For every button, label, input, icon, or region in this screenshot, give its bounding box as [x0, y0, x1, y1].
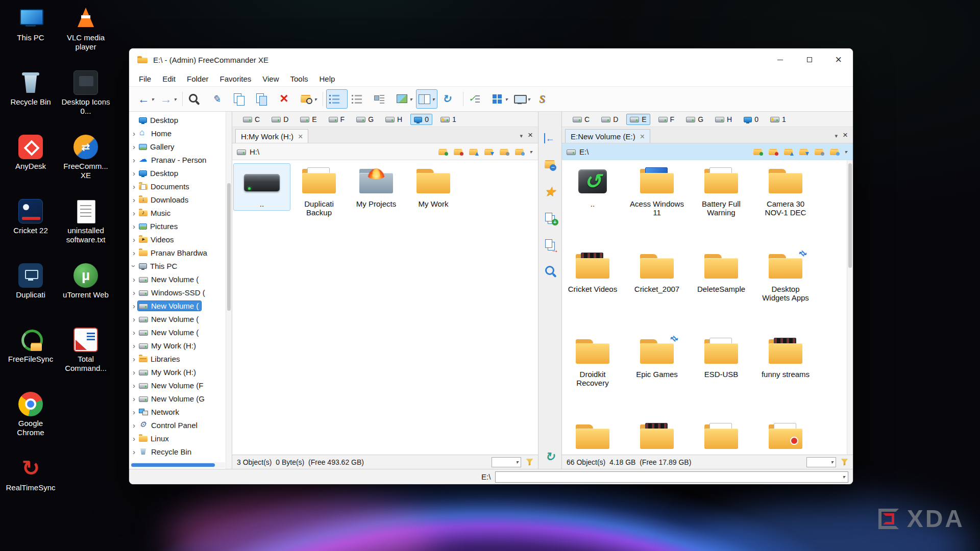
- filter-combobox[interactable]: ▾: [492, 457, 521, 467]
- folder-tab[interactable]: H:My Work (H:): [235, 129, 308, 143]
- chevron-icon[interactable]: [130, 249, 138, 257]
- dropdown-caret-icon[interactable]: ▾: [150, 96, 155, 102]
- toolbar-button[interactable]: ▾: [489, 89, 510, 109]
- tree-item[interactable]: Videos: [130, 233, 225, 246]
- folder-up-icon[interactable]: [469, 147, 479, 156]
- sync-panels-button[interactable]: [541, 448, 559, 465]
- folder-sync-icon[interactable]: [799, 147, 809, 156]
- chevron-icon[interactable]: [130, 196, 138, 204]
- folder-tab[interactable]: E:New Volume (E:): [565, 129, 650, 143]
- tree-item-row[interactable]: Videos: [138, 235, 177, 244]
- file-item[interactable]: [693, 419, 750, 455]
- chevron-icon[interactable]: [130, 236, 138, 243]
- tree-item[interactable]: My Work (H:): [130, 365, 225, 379]
- tree-item-row[interactable]: New Volume (: [138, 274, 201, 284]
- drive-tab[interactable]: D: [268, 114, 292, 125]
- file-item[interactable]: Droidkit Recovery: [564, 334, 621, 419]
- drive-tab[interactable]: 0: [740, 114, 762, 125]
- chevron-icon[interactable]: [130, 408, 138, 416]
- chevron-icon[interactable]: [130, 130, 138, 137]
- tab-bar-close-icon[interactable]: [526, 130, 535, 140]
- menu-item[interactable]: File: [133, 71, 157, 86]
- file-item[interactable]: Epic Games: [628, 334, 685, 419]
- chevron-icon[interactable]: [130, 276, 138, 283]
- desktop-icon[interactable]: Google Chrome: [4, 388, 58, 452]
- path-tools-dropdown-icon[interactable]: ▾: [843, 149, 848, 155]
- chevron-icon[interactable]: [130, 355, 138, 363]
- chevron-icon[interactable]: [130, 368, 138, 376]
- tree-item-row[interactable]: New Volume (G: [138, 394, 207, 404]
- toolbar-button[interactable]: ▾: [158, 89, 179, 109]
- menu-item[interactable]: Folder: [181, 71, 214, 86]
- file-item[interactable]: ..: [233, 163, 290, 211]
- tree-item[interactable]: Pranav - Person: [130, 153, 225, 166]
- tree-item[interactable]: Recycle Bin: [130, 445, 225, 458]
- file-item[interactable]: ..: [564, 163, 621, 248]
- chevron-icon[interactable]: [130, 222, 138, 230]
- file-item[interactable]: My Work: [405, 163, 462, 211]
- folder-list-icon[interactable]: [829, 147, 840, 156]
- desktop-icon[interactable]: Total Command...: [59, 323, 113, 388]
- panel-tool-button[interactable]: [541, 263, 559, 279]
- tree-item-row[interactable]: Downloads: [138, 195, 191, 205]
- scrollbar-thumb[interactable]: [227, 183, 231, 311]
- chevron-icon[interactable]: [130, 329, 138, 336]
- tree-item[interactable]: Control Panel: [130, 418, 225, 432]
- folder-up-icon[interactable]: [783, 147, 794, 156]
- chevron-icon[interactable]: [130, 435, 138, 442]
- panel-tool-button[interactable]: [541, 210, 559, 226]
- chevron-icon[interactable]: [130, 302, 138, 310]
- desktop-icon[interactable]: AnyDesk: [4, 131, 58, 195]
- chevron-icon[interactable]: [130, 315, 138, 323]
- tree-item[interactable]: Music: [130, 206, 225, 219]
- toolbar-button[interactable]: [534, 89, 555, 109]
- tree-item-row[interactable]: Music: [138, 208, 173, 218]
- tree-item-row[interactable]: Desktop: [138, 168, 181, 178]
- tree-item-row[interactable]: Control Panel: [138, 420, 200, 430]
- dropdown-caret-icon[interactable]: ▾: [173, 96, 178, 102]
- tree-item[interactable]: Pranav Bhardwa: [130, 246, 225, 259]
- dropdown-caret-icon[interactable]: ▾: [313, 96, 318, 102]
- panel-tool-button[interactable]: [541, 130, 559, 146]
- drive-tab[interactable]: F: [325, 114, 349, 125]
- drive-tab[interactable]: C: [569, 114, 593, 125]
- chevron-icon[interactable]: [130, 289, 138, 296]
- desktop-icon[interactable]: uTorrent Web: [59, 259, 113, 323]
- tree-item-row[interactable]: Pictures: [138, 221, 180, 231]
- scrollbar-thumb[interactable]: [848, 163, 852, 268]
- tree-item[interactable]: Documents: [130, 180, 225, 193]
- desktop-icon[interactable]: Duplicati: [4, 259, 58, 323]
- toolbar-button[interactable]: [349, 89, 370, 109]
- tree-item[interactable]: Pictures: [130, 219, 225, 233]
- right-path-bar[interactable]: E:\ ▾: [562, 143, 853, 160]
- drive-tab[interactable]: G: [353, 114, 377, 125]
- tree-item-row[interactable]: My Work (H:): [138, 367, 199, 377]
- toolbar-button[interactable]: [326, 89, 348, 109]
- tree-item[interactable]: My Work (H:): [130, 339, 225, 352]
- toolbar-button[interactable]: [461, 89, 465, 109]
- chevron-icon[interactable]: [130, 395, 138, 403]
- tree-item[interactable]: New Volume (: [130, 299, 225, 312]
- file-item[interactable]: [628, 419, 685, 455]
- drive-tab[interactable]: E: [626, 114, 650, 125]
- tree-item-row[interactable]: Pranav Bhardwa: [138, 248, 210, 258]
- file-item[interactable]: DeleteSample: [693, 248, 750, 334]
- tree-item-row[interactable]: Windows-SSD (: [138, 288, 208, 297]
- desktop-icon[interactable]: FreeComm... XE: [59, 131, 113, 195]
- dropdown-caret-icon[interactable]: ▾: [431, 96, 436, 102]
- drive-tab[interactable]: 1: [767, 114, 790, 125]
- tree-item-row[interactable]: Desktop: [138, 115, 181, 125]
- toolbar-button[interactable]: [467, 89, 488, 109]
- file-item[interactable]: Cricket_2007: [628, 248, 685, 334]
- dropdown-caret-icon[interactable]: ▾: [504, 96, 509, 102]
- toolbar-button[interactable]: [180, 89, 185, 109]
- tree-item[interactable]: Windows-SSD (: [130, 286, 225, 299]
- panel-tool-button[interactable]: [541, 157, 559, 173]
- toolbar-button[interactable]: ▾: [394, 89, 415, 109]
- tab-list-dropdown-icon[interactable]: [517, 131, 526, 139]
- desktop-icon[interactable]: This PC: [4, 2, 58, 66]
- tree-item-row[interactable]: New Volume (F: [138, 381, 206, 390]
- tree-item-row[interactable]: New Volume (: [138, 301, 201, 311]
- left-path-bar[interactable]: H:\ ▾: [232, 143, 538, 160]
- file-list-scrollbar[interactable]: [847, 160, 853, 455]
